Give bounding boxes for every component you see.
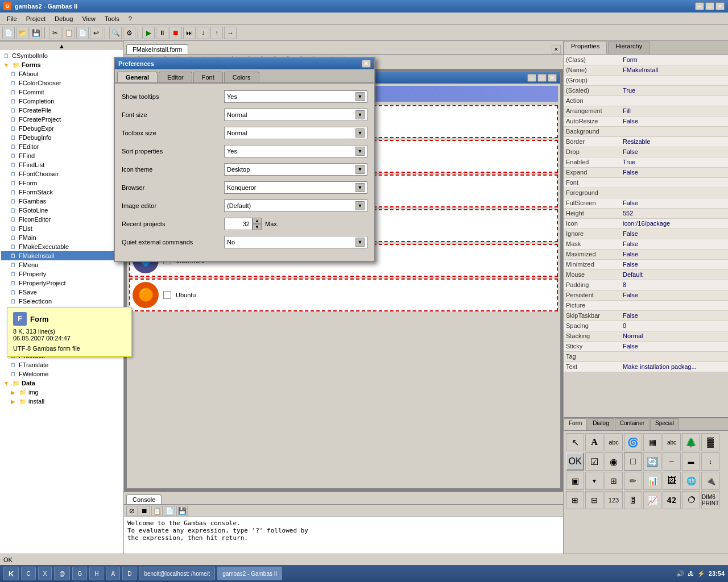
prop-value[interactable]: False: [621, 259, 728, 269]
sidebar-item-fselecticon[interactable]: 🗒 FSelectIcon: [1, 297, 122, 306]
prop-value[interactable]: Normal: [621, 331, 728, 341]
skip-button[interactable]: →: [224, 27, 237, 39]
taskbar-tray-network[interactable]: 🖧: [688, 570, 694, 577]
sidebar-item-ftranslate[interactable]: 🗒 FTranslate: [1, 360, 122, 369]
widget-spinbox[interactable]: 🌀: [624, 433, 642, 451]
tab-special[interactable]: Special: [650, 418, 679, 430]
widget-webview[interactable]: 🌐: [682, 472, 700, 490]
pref-combo-show-tooltips[interactable]: Yes ▼: [224, 90, 367, 103]
taskbar-app-h[interactable]: H: [89, 567, 104, 580]
widget-checkbox[interactable]: ☑: [585, 452, 603, 471]
widget-tabstrip[interactable]: ⊞: [605, 472, 623, 490]
sidebar-item-csymbolinfo[interactable]: 🗒 CSymbolInfo: [1, 51, 122, 60]
prop-value[interactable]: False: [621, 341, 728, 351]
console-copy[interactable]: 📋: [151, 506, 163, 516]
widget-picture[interactable]: ▦: [643, 433, 661, 451]
tab-console[interactable]: Console: [126, 494, 162, 504]
sidebar-item-forms-group[interactable]: ▼ 📁 Forms: [1, 60, 122, 69]
sidebar-item-flist[interactable]: 🗒 FList: [1, 224, 122, 233]
sidebar-item-data-group[interactable]: ▼ 📁 Data: [1, 379, 122, 388]
prop-value[interactable]: Resizable: [621, 136, 728, 147]
pref-combo-browser[interactable]: Konqueror ▼: [224, 181, 367, 194]
form-minimize[interactable]: ─: [527, 74, 536, 82]
prop-value[interactable]: Make installation packag...: [621, 361, 728, 372]
spinbox-down[interactable]: ▼: [253, 224, 262, 230]
sidebar-item-install[interactable]: ▶ 📁 install: [1, 397, 122, 406]
step-out-button[interactable]: ↑: [210, 27, 223, 39]
sidebar-scroll-up[interactable]: ▲: [0, 41, 123, 50]
prop-value[interactable]: False: [621, 167, 728, 177]
cut-button[interactable]: ✂: [49, 27, 61, 39]
sidebar-item-fmenu[interactable]: 🗒 FMenu: [1, 260, 122, 269]
ubuntu-checkbox[interactable]: [163, 291, 171, 299]
widget-button[interactable]: OK: [566, 452, 584, 471]
sidebar-item-fgotoline[interactable]: 🗒 FGotoLine: [1, 206, 122, 215]
prop-value[interactable]: [621, 177, 728, 188]
prop-value[interactable]: [621, 75, 728, 85]
menu-view[interactable]: View: [77, 14, 100, 23]
pref-combo-toolbox-size[interactable]: Normal ▼: [224, 127, 367, 139]
prop-value[interactable]: False: [621, 290, 728, 300]
sidebar-item-ffindlist[interactable]: 🗒 FFindList: [1, 160, 122, 169]
sidebar-item-img[interactable]: ▶ 📁 img: [1, 388, 122, 397]
menu-debug[interactable]: Debug: [50, 14, 77, 23]
prop-value[interactable]: FMakeInstall: [621, 65, 728, 75]
console-clear[interactable]: ⊘: [126, 506, 138, 516]
prop-value[interactable]: [621, 351, 728, 361]
taskbar-app-g[interactable]: G: [72, 567, 87, 580]
prop-value[interactable]: Fill: [621, 106, 728, 116]
run-button[interactable]: ▶: [142, 27, 155, 39]
prop-value[interactable]: False: [621, 249, 728, 259]
tab-hierarchy[interactable]: Hierarchy: [608, 41, 650, 54]
settings-button[interactable]: ⚙: [123, 27, 135, 39]
maximize-button[interactable]: □: [705, 2, 714, 10]
sidebar-item-fcreatefile[interactable]: 🗒 FCreateFile: [1, 106, 122, 115]
prop-value[interactable]: 552: [621, 208, 728, 218]
taskbar-gambas[interactable]: gambas2 - Gambas II: [217, 567, 282, 580]
prop-value[interactable]: False: [621, 198, 728, 208]
console-save[interactable]: 💾: [176, 506, 188, 516]
tab-properties[interactable]: Properties: [564, 41, 607, 54]
sidebar-item-fabout[interactable]: 🗒 FAbout: [1, 69, 122, 78]
prop-value[interactable]: False: [621, 116, 728, 126]
pref-combo-font-size[interactable]: Normal ▼: [224, 109, 367, 121]
open-button[interactable]: 📂: [16, 27, 28, 39]
prop-value[interactable]: icon:/16/package: [621, 218, 728, 228]
widget-progressbar[interactable]: 📊: [643, 472, 661, 490]
form-close[interactable]: ✕: [548, 74, 557, 82]
taskbar-app-x[interactable]: X: [38, 567, 52, 580]
pref-combo-quiet-commands[interactable]: No ▼: [224, 236, 367, 248]
widget-minus[interactable]: ⊟: [585, 491, 603, 509]
sidebar-item-ffontchooser[interactable]: 🗒 FFontChooser: [1, 169, 122, 178]
pref-combo-sort-properties[interactable]: Yes ▼: [224, 145, 367, 157]
menu-help[interactable]: ?: [124, 14, 136, 23]
taskbar-app-a[interactable]: A: [106, 567, 120, 580]
step-into-button[interactable]: ↓: [197, 27, 209, 39]
widget-print[interactable]: DIM6PRINT: [701, 491, 719, 509]
sidebar-item-feditor[interactable]: 🗒 FEditor: [1, 142, 122, 151]
sidebar-item-fcreateproject[interactable]: 🗒 FCreateProject: [1, 115, 122, 124]
new-button[interactable]: 📄: [2, 27, 15, 39]
prop-value[interactable]: [621, 95, 728, 106]
taskbar-tray-power[interactable]: ⚡: [697, 570, 705, 577]
preferences-dialog[interactable]: Preferences ✕ General Editor Font Colors…: [114, 57, 375, 262]
find-button[interactable]: 🔍: [109, 27, 122, 39]
widget-textbox[interactable]: abc: [605, 433, 623, 451]
tab-dialog[interactable]: Dialog: [588, 418, 614, 430]
sidebar-item-fproperty[interactable]: 🗒 FProperty: [1, 269, 122, 278]
widget-chart[interactable]: 📈: [643, 491, 661, 509]
sidebar-item-fwelcome[interactable]: 🗒 FWelcome: [1, 369, 122, 379]
prop-value[interactable]: [621, 126, 728, 136]
sidebar-item-fformstack[interactable]: 🗒 FFormStack: [1, 188, 122, 197]
console-paste[interactable]: 📄: [164, 506, 175, 516]
dialog-tab-general[interactable]: General: [117, 72, 158, 82]
sidebar-item-fdebugexpr[interactable]: 🗒 FDebugExpr: [1, 124, 122, 133]
widget-treeview[interactable]: 🌲: [682, 433, 700, 451]
prop-value[interactable]: False: [621, 239, 728, 249]
copy-button[interactable]: 📋: [63, 27, 75, 39]
pref-combo-image-editor[interactable]: (Default) ▼: [224, 199, 367, 212]
widget-slider[interactable]: ▬: [682, 452, 700, 471]
dialog-tab-font[interactable]: Font: [193, 72, 223, 82]
widget-image[interactable]: 🖼: [663, 472, 681, 490]
widget-plugin[interactable]: 🔌: [701, 472, 719, 490]
